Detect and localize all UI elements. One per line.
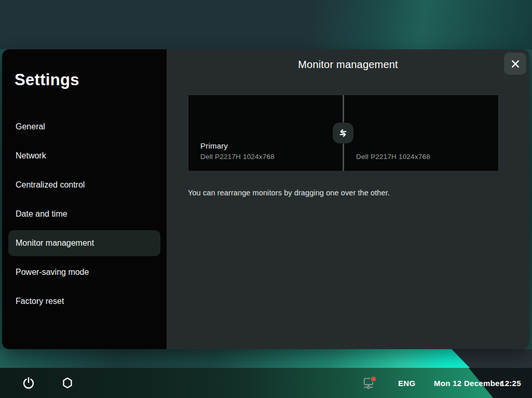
background-accent-band (0, 349, 532, 368)
monitor-primary-labels: Primary Dell P2217H 1024x768 (200, 141, 275, 161)
page-title: Monitor management (167, 58, 529, 71)
notification-dot (370, 376, 377, 382)
monitor-management-panel: Monitor management Primary Dell P2217H 1… (167, 49, 529, 349)
power-icon (22, 376, 35, 390)
sidebar-item-factory-reset[interactable]: Factory reset (8, 288, 160, 314)
monitor-secondary[interactable]: Dell P2217H 1024x768 (344, 95, 498, 171)
power-button[interactable] (22, 376, 35, 390)
monitor-secondary-model: Dell P2217H 1024x768 (356, 153, 430, 161)
monitor-primary-model: Dell P2217H 1024x768 (200, 153, 275, 161)
date-label: Mon 12 December (434, 379, 503, 388)
sidebar-item-general[interactable]: General (8, 114, 160, 140)
swap-monitors-button[interactable] (333, 123, 353, 143)
monitor-primary[interactable]: Primary Dell P2217H 1024x768 (188, 95, 343, 171)
close-button[interactable] (504, 52, 526, 75)
background-top (0, 0, 532, 49)
sidebar-item-monitor-management[interactable]: Monitor management (8, 230, 160, 256)
monitor-secondary-labels: Dell P2217H 1024x768 (356, 153, 430, 161)
settings-modal: Settings General Network Centralized con… (2, 49, 529, 349)
sidebar-item-centralized-control[interactable]: Centralized control (8, 172, 160, 198)
language-indicator[interactable]: ENG (398, 379, 415, 388)
display-status-button[interactable] (362, 376, 376, 390)
settings-menu: General Network Centralized control Date… (2, 114, 167, 314)
monitor-arrangement: Primary Dell P2217H 1024x768 Dell P2217H… (188, 95, 499, 171)
taskbar: ENG Mon 12 December 12:25 (0, 368, 532, 398)
close-icon (510, 59, 521, 69)
hint-text: You can rearrange monitors by dragging o… (188, 188, 390, 197)
sidebar-item-network[interactable]: Network (8, 143, 160, 169)
settings-sidebar: Settings General Network Centralized con… (2, 49, 167, 349)
hexagon-circle-icon (61, 377, 74, 389)
swap-arrows-icon (337, 127, 349, 139)
sidebar-item-date-and-time[interactable]: Date and time (8, 201, 160, 227)
sidebar-item-power-saving-mode[interactable]: Power-saving mode (8, 259, 160, 285)
time-label: 12:25 (500, 379, 521, 388)
screen: Settings General Network Centralized con… (0, 0, 532, 398)
monitor-primary-label: Primary (200, 141, 275, 150)
settings-title: Settings (15, 70, 167, 90)
home-button[interactable] (61, 377, 74, 389)
